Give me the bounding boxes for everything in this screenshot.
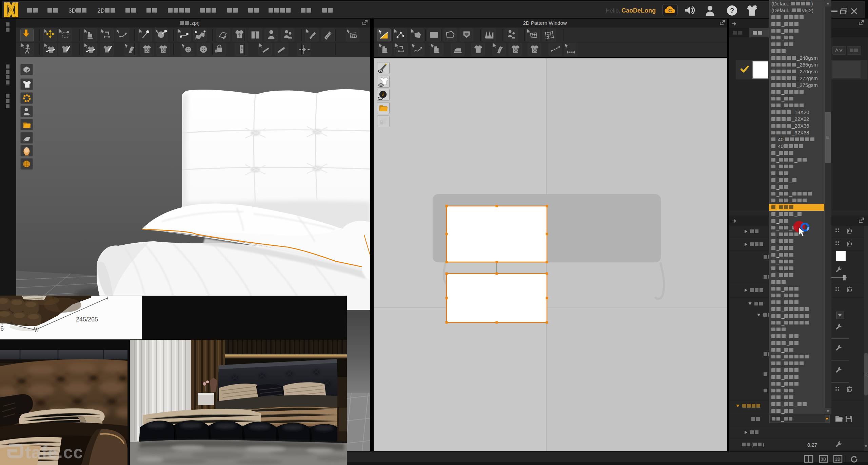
svg-text:2D: 2D (835, 457, 841, 462)
svg-text:C: C (668, 8, 672, 13)
svg-text:245/265: 245/265 (76, 316, 98, 323)
svg-text:i: i (382, 92, 383, 97)
svg-text:3D: 3D (821, 457, 826, 462)
svg-text:26: 26 (0, 325, 4, 332)
svg-text:tafe.cc: tafe.cc (25, 442, 82, 462)
svg-text:?: ? (730, 7, 734, 14)
